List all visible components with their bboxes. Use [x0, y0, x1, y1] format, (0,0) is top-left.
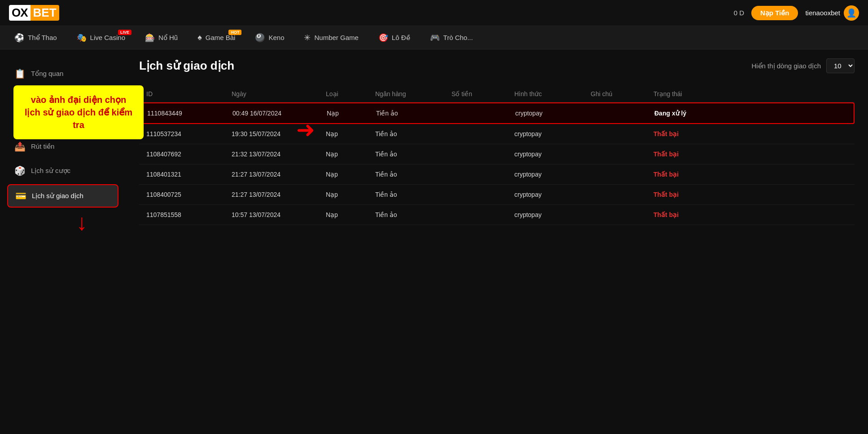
cell-id: 1110843449 [147, 110, 228, 117]
logo-ox: OX [9, 5, 31, 21]
logo[interactable]: OXBET [9, 5, 59, 21]
header: OXBET 0 D Nạp Tiền tienaooxbet 👤 [0, 0, 868, 26]
nav-label-the-thao: Thể Thao [28, 34, 57, 42]
nav-bar: ⚽ Thể Thao LIVE 🎭 Live Casino 🎰 Nổ Hũ HO… [0, 26, 868, 49]
cell-ngan-hang: Tiền ảo [375, 211, 447, 218]
table-body: 1110843449 00:49 16/07/2024 Nạp Tiền ảo … [139, 102, 855, 225]
sidebar-label-tong-quan: Tổng quan [31, 70, 63, 78]
username-area[interactable]: tienaooxbet 👤 [805, 5, 859, 21]
cell-ngay: 00:49 16/07/2024 [232, 110, 322, 117]
table-row[interactable]: 1108401321 21:27 13/07/2024 Nạp Tiền ảo … [139, 164, 855, 185]
sidebar-label-rut-tien: Rút tiền [31, 142, 54, 151]
col-header-ngay: Ngày [232, 90, 321, 97]
rut-tien-icon: 📤 [14, 141, 26, 152]
cell-hinh-thuc: cryptopay [514, 130, 586, 137]
transaction-table: ID Ngày Loại Ngân hàng Số tiền Hình thức… [139, 86, 855, 225]
col-header-so-tien: Số tiền [452, 90, 510, 97]
nav-item-lo-de[interactable]: 🎯 Lô Đề [368, 26, 420, 49]
col-header-ngan-hang: Ngân hàng [375, 90, 447, 97]
nav-item-game-bai[interactable]: HOT ♠ Game Bài [188, 26, 245, 49]
nav-item-number-game[interactable]: ✳ Number Game [294, 26, 368, 49]
nav-item-live-casino[interactable]: LIVE 🎭 Live Casino [67, 26, 135, 49]
cell-loai: Nạp [326, 130, 371, 137]
nav-item-tro-choi[interactable]: 🎮 Trò Cho... [420, 26, 483, 49]
lich-su-cuoc-icon: 🎲 [14, 165, 26, 176]
cell-id: 1108407692 [146, 151, 227, 158]
rows-select[interactable]: 10 20 50 [826, 58, 855, 73]
sidebar-item-tong-quan[interactable]: 📋 Tổng quan [7, 63, 118, 84]
table-header-row: ID Ngày Loại Ngân hàng Số tiền Hình thức… [139, 86, 855, 102]
cell-id: 1107851558 [146, 211, 227, 218]
cell-ngay: 21:32 13/07/2024 [232, 151, 321, 158]
sidebar-item-lich-su-cuoc[interactable]: 🎲 Lịch sử cược [7, 160, 118, 182]
cell-trang-thai: Thất bại [653, 211, 725, 218]
main-layout: 📋 Tổng quan 👤 Tài khoản 📥 Nạp tiền 📤 Rút… [0, 49, 868, 434]
cell-hinh-thuc: cryptopay [515, 110, 587, 117]
col-header-trang-thai: Trạng thái [653, 90, 725, 97]
arrow-right-icon: ➜ [296, 117, 315, 143]
username-text: tienaooxbet [805, 9, 840, 17]
cell-ngan-hang: Tiền ảo [375, 130, 447, 137]
live-badge: LIVE [118, 30, 132, 35]
table-row[interactable]: 1108400725 21:27 13/07/2024 Nạp Tiền ảo … [139, 185, 855, 205]
cell-loai: Nạp [327, 110, 372, 117]
cell-ngay: 21:27 13/07/2024 [232, 191, 321, 198]
show-rows-label: Hiển thị dòng giao dịch [751, 62, 821, 70]
game-bai-icon: ♠ [197, 33, 202, 42]
cell-loai: Nạp [326, 151, 371, 158]
lich-su-giao-dich-icon: 💳 [15, 190, 26, 201]
page-header: Lịch sử giao dịch Hiển thị dòng giao dịc… [139, 58, 855, 73]
cell-ngan-hang: Tiền ảo [375, 191, 447, 198]
page-title: Lịch sử giao dịch [139, 59, 234, 73]
cell-id: 1110537234 [146, 130, 227, 137]
rows-control: Hiển thị dòng giao dịch 10 20 50 [751, 58, 855, 73]
sidebar-label-lich-su-giao-dich: Lịch sử giao dịch [32, 192, 83, 200]
nav-item-keno[interactable]: 🎱 Keno [245, 26, 294, 49]
col-header-loai: Loại [326, 90, 371, 97]
cell-trang-thai: Đang xử lý [654, 110, 726, 117]
cell-hinh-thuc: cryptopay [514, 171, 586, 178]
cell-trang-thai: Thất bại [653, 191, 725, 198]
balance-display: 0 D [734, 9, 744, 17]
sidebar-label-lich-su-cuoc: Lịch sử cược [31, 167, 70, 175]
tro-choi-icon: 🎮 [430, 33, 440, 43]
nav-label-lo-de: Lô Đề [392, 34, 410, 42]
live-casino-icon: 🎭 [77, 33, 87, 43]
col-header-ghi-chu: Ghi chú [591, 90, 649, 97]
cell-hinh-thuc: cryptopay [514, 211, 586, 218]
nav-label-number-game: Number Game [314, 34, 358, 41]
sidebar-item-lich-su-giao-dich[interactable]: 💳 Lịch sử giao dịch [7, 184, 118, 208]
number-game-icon: ✳ [304, 33, 311, 43]
table-row[interactable]: 1110537234 19:30 15/07/2024 Nạp Tiền ảo … [139, 124, 855, 144]
the-thao-icon: ⚽ [14, 33, 24, 43]
cell-ngan-hang: Tiền ảo [375, 151, 447, 158]
cell-hinh-thuc: cryptopay [514, 191, 586, 198]
cell-loai: Nạp [326, 171, 371, 178]
cell-id: 1108400725 [146, 191, 227, 198]
table-row[interactable]: 1110843449 00:49 16/07/2024 Nạp Tiền ảo … [139, 102, 855, 124]
cell-hinh-thuc: cryptopay [514, 151, 586, 158]
arrow-down-icon: ↓ [76, 211, 88, 234]
nav-item-no-hu[interactable]: 🎰 Nổ Hũ [135, 26, 188, 49]
cell-trang-thai: Thất bại [653, 171, 725, 178]
col-header-id: ID [146, 90, 227, 97]
nap-tien-button[interactable]: Nạp Tiền [751, 6, 798, 20]
tong-quan-icon: 📋 [14, 68, 26, 79]
annotation-tooltip: vào ảnh đại diện chọn lịch sử giao dịch … [13, 85, 144, 139]
nav-label-no-hu: Nổ Hũ [158, 34, 178, 42]
cell-ngay: 10:57 13/07/2024 [232, 211, 321, 218]
logo-bet: BET [31, 5, 59, 21]
cell-loai: Nạp [326, 191, 371, 198]
nav-label-keno: Keno [268, 34, 284, 41]
avatar[interactable]: 👤 [844, 5, 859, 21]
nav-item-the-thao[interactable]: ⚽ Thể Thao [4, 26, 67, 49]
table-row[interactable]: 1108407692 21:32 13/07/2024 Nạp Tiền ảo … [139, 144, 855, 164]
table-row[interactable]: 1107851558 10:57 13/07/2024 Nạp Tiền ảo … [139, 205, 855, 225]
main-content: Lịch sử giao dịch Hiển thị dòng giao dịc… [126, 58, 868, 427]
cell-trang-thai: Thất bại [653, 130, 725, 137]
cell-loai: Nạp [326, 211, 371, 218]
cell-ngay: 21:27 13/07/2024 [232, 171, 321, 178]
hot-badge: HOT [228, 30, 241, 35]
sidebar: 📋 Tổng quan 👤 Tài khoản 📥 Nạp tiền 📤 Rút… [0, 58, 126, 427]
keno-icon: 🎱 [255, 33, 265, 43]
